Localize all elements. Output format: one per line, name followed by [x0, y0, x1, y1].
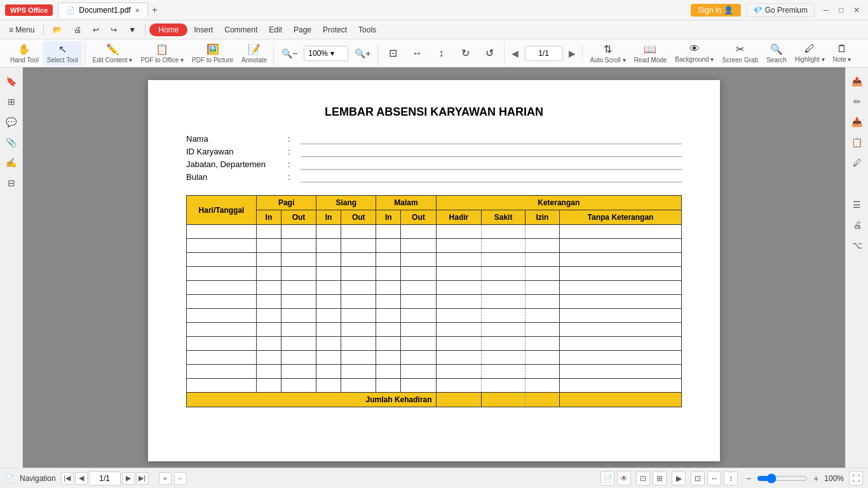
zoom-out-button[interactable]: 🔍− — [278, 41, 301, 65]
page-number-input[interactable]: 1/1 — [525, 46, 563, 61]
menu-page[interactable]: Page — [288, 24, 316, 36]
maximize-button[interactable]: □ — [835, 4, 848, 17]
field-jabatan-departemen: Jabatan, Departemen : — [186, 159, 682, 170]
new-tab-button[interactable]: + — [148, 4, 161, 16]
delete-page-button[interactable]: − — [174, 472, 187, 485]
col-pagi-out: Out — [281, 210, 316, 225]
next-page-btn[interactable]: ▶ — [122, 472, 135, 485]
zoom-slider[interactable] — [757, 473, 808, 484]
prev-page-button[interactable]: ◀ — [508, 46, 522, 60]
sidebar-signature-icon[interactable]: ✍ — [3, 154, 20, 172]
right-export-icon[interactable]: 📤 — [848, 72, 866, 90]
menu-hamburger[interactable]: ≡ Menu — [4, 24, 39, 36]
menu-undo[interactable]: ↩ — [88, 24, 104, 36]
menu-separator — [43, 24, 44, 36]
play-button[interactable]: ▶ — [672, 471, 686, 485]
fit-width-button[interactable]: ↔ — [406, 41, 429, 65]
tool-group-page-fit: ⊡ ↔ ↕ ↻ ↺ — [379, 41, 505, 65]
col-malam-out: Out — [401, 210, 436, 225]
layout-buttons: ⊡ ⊞ — [636, 471, 667, 485]
prev-page-btn[interactable]: ◀ — [75, 472, 88, 485]
two-page-btn[interactable]: ⊞ — [653, 471, 667, 485]
attendance-table: Hari/Tanggal Pagi Siang Malam Keterangan… — [186, 195, 682, 407]
page-number-status[interactable]: 1/1 — [89, 471, 121, 485]
zoom-plus-button[interactable]: + — [810, 473, 822, 484]
screen-grab-button[interactable]: ✂ Screen Grab — [719, 41, 763, 65]
view-icon-2[interactable]: 👁 — [617, 471, 631, 485]
single-page-btn[interactable]: ⊡ — [636, 471, 650, 485]
document-tab[interactable]: 📄 Document1.pdf ✕ — [58, 3, 147, 17]
close-button[interactable]: ✕ — [850, 4, 863, 17]
menu-edit[interactable]: Edit — [264, 24, 287, 36]
note-icon: 🗒 — [837, 43, 847, 55]
auto-scroll-button[interactable]: ⇅ Auto Scroll ▾ — [587, 41, 630, 65]
tab-close-icon[interactable]: ✕ — [135, 7, 140, 14]
zoom-out-icon: 🔍− — [281, 48, 297, 58]
title-bar: WPS Office 📄 Document1.pdf ✕ + Sign in 👤… — [0, 0, 868, 20]
menu-comment[interactable]: Comment — [219, 24, 262, 36]
fit-height-button[interactable]: ↕ — [430, 41, 453, 65]
background-button[interactable]: 👁 Background ▾ — [671, 41, 717, 65]
right-edit-icon[interactable]: ✏ — [848, 93, 866, 111]
sidebar-thumbnail-icon[interactable]: ⊞ — [3, 93, 20, 111]
menu-protect[interactable]: Protect — [318, 24, 352, 36]
go-premium-button[interactable]: 💎 Go Premium — [746, 3, 815, 17]
col-tanpa-keterangan: Tanpa Keterangan — [560, 210, 682, 225]
hand-tool-button[interactable]: ✋ Hand Tool — [6, 41, 43, 65]
next-page-button[interactable]: ▶ — [566, 46, 580, 60]
last-page-button[interactable]: ▶| — [136, 472, 149, 485]
right-export2-icon[interactable]: 📥 — [848, 113, 866, 131]
right-layout-icon[interactable]: ☰ — [848, 196, 866, 214]
menu-tools[interactable]: Tools — [353, 24, 381, 36]
search-button[interactable]: 🔍 Search — [763, 41, 790, 65]
menu-insert[interactable]: Insert — [189, 24, 218, 36]
pdf-to-picture-button[interactable]: 🖼️ PDF to Picture — [188, 41, 237, 65]
minimize-button[interactable]: ─ — [820, 4, 832, 17]
fit-page-button[interactable]: ⊡ — [382, 41, 405, 65]
select-tool-button[interactable]: ↖ Select Tool — [43, 41, 82, 65]
read-mode-icon: 📖 — [644, 43, 656, 55]
user-icon: 👤 — [724, 6, 733, 15]
add-page-button[interactable]: + — [159, 472, 172, 485]
menu-print[interactable]: 🖨 — [69, 24, 86, 36]
tool-group-tools: ⇅ Auto Scroll ▾ 📖 Read Mode 👁 Background… — [584, 41, 858, 65]
sidebar-layers-icon[interactable]: ⊟ — [3, 174, 20, 192]
fit-width-btn[interactable]: ↔ — [707, 471, 721, 485]
sidebar-attachment-icon[interactable]: 📎 — [3, 133, 20, 151]
menu-open[interactable]: 📂 — [48, 24, 67, 36]
zoom-in-button[interactable]: 🔍+ — [351, 41, 374, 65]
note-button[interactable]: 🗒 Note ▾ — [829, 41, 855, 65]
right-magic-icon[interactable]: ⌥ — [848, 236, 866, 254]
right-print-icon[interactable]: 🖨 — [848, 216, 866, 234]
pdf-page: LEMBAR ABSENSI KARYAWAN HARIAN Nama : ID… — [148, 80, 720, 461]
fit-width-icon: ↔ — [412, 48, 423, 59]
full-screen-button[interactable]: ⛶ — [849, 471, 863, 485]
rotate-cw-button[interactable]: ↻ — [454, 41, 477, 65]
view-icon-1[interactable]: 📄 — [600, 471, 614, 485]
right-sign-icon[interactable]: 🖊 — [848, 154, 866, 172]
fit-height-btn[interactable]: ↕ — [724, 471, 738, 485]
view-icons: 📄 👁 — [600, 471, 631, 485]
zoom-level-display[interactable]: 100% ▾ — [304, 46, 348, 61]
menu-redo-arrow[interactable]: ▼ — [123, 24, 141, 36]
edit-content-button[interactable]: ✏️ Edit Content ▾ — [89, 41, 137, 65]
read-mode-button[interactable]: 📖 Read Mode — [630, 41, 671, 65]
col-malam-in: In — [376, 210, 401, 225]
menu-redo[interactable]: ↪ — [105, 24, 122, 36]
table-row — [187, 309, 682, 323]
annotate-button[interactable]: 📝 Annotate — [238, 41, 271, 65]
tool-group-view: 🔍− 100% ▾ 🔍+ — [275, 41, 377, 65]
menu-home[interactable]: Home — [149, 24, 187, 36]
sidebar-comment-icon[interactable]: 💬 — [3, 113, 20, 131]
cursor-icon: ↖ — [58, 43, 67, 55]
right-comment-icon[interactable]: 📋 — [848, 133, 866, 151]
navigation-label[interactable]: Navigation — [20, 474, 56, 483]
first-page-button[interactable]: |◀ — [61, 472, 74, 485]
fit-window-button[interactable]: ⊡ — [691, 471, 705, 485]
sidebar-bookmark-icon[interactable]: 🔖 — [3, 72, 20, 90]
highlight-button[interactable]: 🖊 Highlight ▾ — [791, 41, 829, 65]
sign-in-button[interactable]: Sign in 👤 — [691, 4, 742, 17]
rotate-ccw-button[interactable]: ↺ — [478, 41, 501, 65]
zoom-minus-button[interactable]: − — [743, 473, 754, 484]
pdf-to-office-button[interactable]: 📋 PDF to Office ▾ — [137, 41, 187, 65]
